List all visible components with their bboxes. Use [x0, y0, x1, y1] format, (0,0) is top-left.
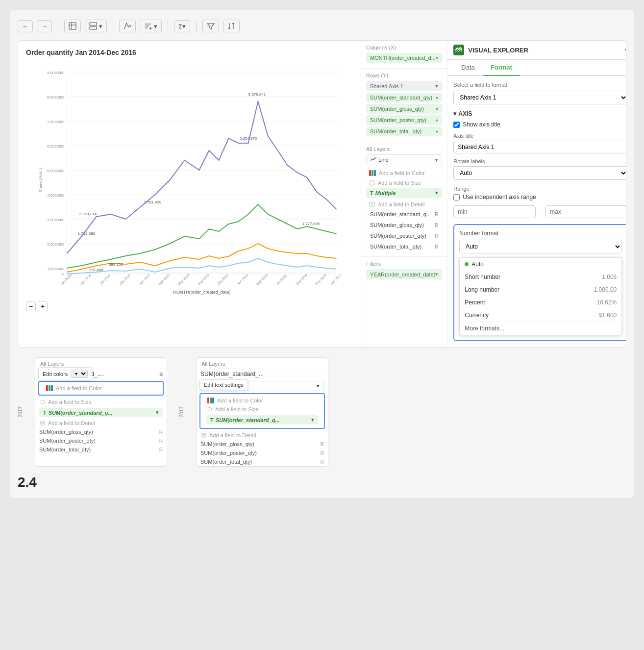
tooltip-select-left[interactable]: ▾ — [71, 370, 88, 378]
range-label: Range — [453, 186, 626, 192]
bp-right-text-field[interactable]: T SUM(order_standard_q... ▾ — [206, 415, 318, 425]
bp-left-row-1[interactable]: SUM(order_gloss_qty) R — [35, 427, 167, 436]
bp-right-layer-arrow[interactable]: ▾ — [317, 383, 320, 389]
sort2-button[interactable] — [223, 20, 240, 32]
filter-item-1[interactable]: YEAR(order_created_date) ▾ — [366, 269, 442, 279]
nf-option-long[interactable]: Long number 1,006.00 — [460, 283, 621, 296]
layer-field-4[interactable]: SUM(order_total_qty) R — [366, 242, 442, 251]
nf-more-formats[interactable]: More formats... — [460, 322, 621, 335]
columns-field-arrow[interactable]: ▾ — [436, 55, 438, 61]
bp-right-add-detail[interactable]: Add a field to Detail — [197, 431, 328, 440]
bp-left-add-color[interactable]: Add a field to Color — [41, 384, 161, 393]
svg-text:Jan 2017: Jan 2017 — [329, 274, 342, 286]
sum-button[interactable]: Σ▾ — [174, 20, 190, 32]
add-detail-row[interactable]: Add a field to Detail — [366, 200, 442, 209]
nf-select[interactable]: Auto — [459, 240, 622, 253]
bp-right-row-2-text: SUM(order_poster_qty) — [200, 450, 257, 456]
nf-value-percent: 10.62% — [597, 299, 617, 306]
rows-field-1-arrow[interactable]: ▾ — [436, 95, 438, 100]
layer-type-arrow[interactable]: ▾ — [435, 157, 438, 163]
layer-field-3[interactable]: SUM(order_poster_qty) R — [366, 231, 442, 241]
bottom-panel-right: All Layers SUM(order_standard_... Line ▾… — [196, 357, 328, 467]
independent-range-checkbox[interactable] — [453, 194, 460, 200]
axis-title-input[interactable] — [453, 141, 626, 153]
bp-left-row-2[interactable]: SUM(order_poster_qty) R — [35, 436, 167, 445]
bp-left-add-detail[interactable]: Add a field to Detail — [35, 419, 167, 427]
columns-field-text: MONTH(order_created_d... — [370, 55, 436, 61]
layer-type-text: Line — [378, 157, 389, 163]
bp-left-highlighted-section: Edit colors ▾ Add a field to Color — [38, 381, 164, 396]
shared-axis-arrow[interactable]: ▾ — [435, 83, 438, 89]
svg-point-58 — [41, 400, 45, 404]
columns-field[interactable]: MONTH(order_created_d... ▾ — [366, 53, 442, 63]
add-color-row[interactable]: Add a field to Color — [366, 168, 442, 178]
nf-option-percent[interactable]: Percent 10.62% — [460, 296, 621, 309]
rows-field-3[interactable]: SUM(order_poster_qty) ▾ — [366, 115, 442, 125]
rows-field-1-text: SUM(order_standard_qty) — [370, 95, 432, 100]
rows-field-2-arrow[interactable]: ▾ — [436, 106, 438, 112]
ve-panel: VISUAL EXPLORER ▾ Data Format Select a f… — [447, 41, 626, 347]
independent-range-label: Use independent axis range — [463, 194, 536, 200]
nf-more-text: More formats... — [465, 325, 504, 332]
table-icon-button[interactable] — [64, 20, 81, 32]
filter-button[interactable] — [202, 20, 219, 32]
filter-arrow-1[interactable]: ▾ — [435, 271, 438, 277]
layer-field-2[interactable]: SUM(order_gloss_qty) R — [366, 220, 442, 230]
tab-data[interactable]: Data — [453, 60, 482, 76]
svg-text:Jan 2015: Jan 2015 — [138, 274, 150, 286]
bp-left-row-3[interactable]: SUM(order_total_qty) R — [35, 445, 167, 454]
ve-dropdown-button[interactable]: ▾ — [625, 47, 626, 53]
show-axis-title-checkbox[interactable] — [453, 122, 460, 128]
layer-field-3-icon: R — [435, 233, 438, 239]
format-panel: Select a field to format Shared Axis 1 ▾… — [447, 76, 626, 347]
field-select-row: Shared Axis 1 — [453, 91, 626, 104]
bp-right-add-size[interactable]: Add a field to Size — [202, 405, 322, 414]
sort-button[interactable]: ▾ — [140, 20, 162, 32]
bp-left-add-size[interactable]: Add a field to Size — [35, 398, 167, 406]
shared-axis-header[interactable]: Shared Axis 1 ▾ — [366, 81, 442, 91]
bp-right-add-color[interactable]: Add a field to Color — [202, 396, 322, 405]
rows-field-4-arrow[interactable]: ▾ — [436, 129, 438, 134]
tooltip-text-left: Edit colors — [43, 371, 68, 377]
add-size-row[interactable]: Add a field to Size — [366, 178, 442, 188]
ve-header: VISUAL EXPLORER ▾ — [447, 41, 626, 60]
nf-option-currency[interactable]: Currency $1,600 — [460, 309, 621, 322]
bp-left-text-field[interactable]: T SUM(order_standard_q... ▾ — [39, 408, 163, 417]
rows-field-1[interactable]: SUM(order_standard_qty) ▾ — [366, 93, 442, 102]
ve-logo — [453, 45, 464, 55]
text-field-row[interactable]: T Multiple ▾ — [366, 188, 442, 198]
version-number: 2.4 — [18, 475, 626, 490]
zoom-in-button[interactable]: + — [38, 301, 48, 311]
bp-right-row-1[interactable]: SUM(order_gloss_qty) R — [197, 440, 328, 449]
bp-right-text-arrow[interactable]: ▾ — [311, 417, 314, 423]
text-field-arrow[interactable]: ▾ — [435, 190, 438, 196]
axis-section-header[interactable]: ▾ AXIS — [453, 110, 626, 117]
svg-text:9,000,000: 9,000,000 — [47, 71, 65, 75]
rotate-labels-select[interactable]: Auto — [453, 166, 626, 180]
svg-text:391,645: 391,645 — [89, 268, 103, 272]
nf-option-auto[interactable]: Auto — [460, 258, 621, 271]
rows-field-2[interactable]: SUM(order_gloss_qty) ▾ — [366, 104, 442, 114]
nf-option-short[interactable]: Short number 1,006 — [460, 271, 621, 283]
transform-button[interactable] — [119, 20, 136, 32]
range-max-input[interactable] — [545, 205, 626, 218]
forward-button[interactable]: → — [37, 20, 52, 32]
layout-icon-button[interactable]: ▾ — [85, 20, 107, 32]
bp-right-row-3[interactable]: SUM(order_total_qty) R — [197, 457, 328, 466]
rows-field-4[interactable]: SUM(order_total_qty) ▾ — [366, 126, 442, 136]
range-min-input[interactable] — [453, 205, 536, 218]
field-select[interactable]: Shared Axis 1 — [453, 91, 626, 104]
layer-type-row[interactable]: Line ▾ — [366, 154, 442, 165]
zoom-out-button[interactable]: − — [26, 301, 36, 311]
edit-text-tooltip: Edit text settings — [199, 379, 248, 390]
rows-field-3-arrow[interactable]: ▾ — [436, 118, 438, 123]
layer-field-1[interactable]: SUM(order_standard_q... R — [366, 209, 442, 219]
bp-left-text-arrow[interactable]: ▾ — [156, 409, 159, 416]
tab-format[interactable]: Format — [483, 60, 520, 76]
text-icon: T — [370, 190, 373, 196]
svg-point-53 — [370, 180, 374, 185]
back-button[interactable]: ← — [18, 20, 33, 32]
bp-right-row-2[interactable]: SUM(order_poster_qty) R — [197, 449, 328, 457]
layer-field-1-icon: R — [435, 212, 438, 217]
svg-text:Sep 2016: Sep 2016 — [295, 273, 308, 286]
